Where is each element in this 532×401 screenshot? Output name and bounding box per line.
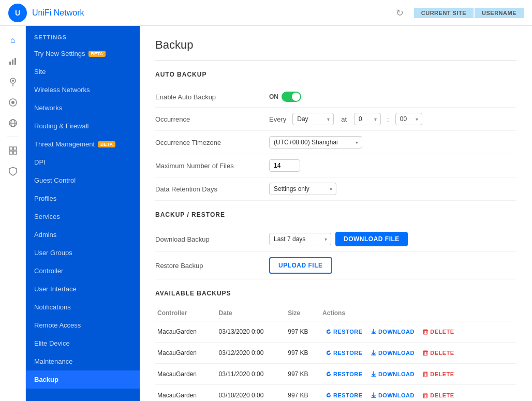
cell-size: 997 KB xyxy=(286,321,320,343)
upload-file-button[interactable]: UPLOAD FILE xyxy=(269,257,332,274)
occurrence-at-text: at xyxy=(341,115,347,123)
sidebar-icon-devices[interactable] xyxy=(4,93,22,112)
available-backups-section: AVAILABLE BACKUPS Controller Date Size A… xyxy=(155,290,516,401)
svg-point-6 xyxy=(11,101,14,104)
download-backup-control: Last 7 days Last 14 days Last 30 days DO… xyxy=(269,232,408,246)
colon-separator: : xyxy=(387,115,389,123)
auto-backup-toggle[interactable] xyxy=(282,92,301,102)
occurrence-hour-wrapper[interactable]: 01234 56789 101112 xyxy=(354,113,381,125)
sidebar-item-notifications[interactable]: Notifications xyxy=(26,298,140,316)
download-file-button[interactable]: DOWNLOAD FILE xyxy=(335,232,408,246)
occurrence-minute-select[interactable]: 00153045 xyxy=(395,113,422,125)
sidebar-item-maintenance[interactable]: Maintenance xyxy=(26,352,140,370)
sidebar-item-networks[interactable]: Networks xyxy=(26,99,140,117)
sidebar-item-remote-access[interactable]: Remote Access xyxy=(26,316,140,334)
app-title: UniFi Network xyxy=(32,8,84,18)
data-retention-row: Data Retention Days Settings only 1 Day … xyxy=(155,177,516,201)
restore-button[interactable]: RESTORE xyxy=(322,369,365,379)
timezone-row: Occurrence Timezone (UTC+08:00) Shanghai xyxy=(155,131,516,154)
sidebar-title: SETTINGS xyxy=(26,26,140,44)
timezone-select[interactable]: (UTC+08:00) Shanghai xyxy=(269,136,362,148)
auto-backup-title: AUTO BACKUP xyxy=(155,71,516,78)
svg-rect-1 xyxy=(12,60,13,65)
table-header-row: Controller Date Size Actions xyxy=(155,305,516,321)
max-files-input[interactable] xyxy=(269,159,300,172)
sidebar-icon-topology[interactable] xyxy=(4,114,22,132)
nav-sidebar: SETTINGS Try New SettingsBETASiteWireles… xyxy=(26,26,140,401)
sidebar-item-elite-device[interactable]: Elite Device xyxy=(26,334,140,352)
timezone-wrapper[interactable]: (UTC+08:00) Shanghai xyxy=(269,136,362,148)
sidebar-item-try-new-settings[interactable]: Try New SettingsBETA xyxy=(26,44,140,63)
svg-rect-0 xyxy=(9,62,11,65)
table-row: MacauGarden 03/13/2020 0:00 997 KB RESTO… xyxy=(155,321,516,343)
restore-button[interactable]: RESTORE xyxy=(322,390,365,400)
content-area: Backup AUTO BACKUP Enable Auto Backup ON… xyxy=(140,26,532,401)
sidebar-item-controller[interactable]: Controller xyxy=(26,262,140,280)
delete-button[interactable]: DELETE xyxy=(419,390,457,400)
cell-actions: RESTORE DOWNLOAD DELETE xyxy=(320,343,516,364)
sidebar-icon-grid[interactable] xyxy=(4,141,22,160)
cell-controller: MacauGarden xyxy=(155,364,217,385)
sidebar-icon-stats[interactable] xyxy=(4,52,22,70)
sidebar-item-wireless-networks[interactable]: Wireless Networks xyxy=(26,81,140,99)
max-files-row: Maximum Number of Files xyxy=(155,154,516,177)
restore-button[interactable]: RESTORE xyxy=(322,348,365,358)
download-button[interactable]: DOWNLOAD xyxy=(367,369,418,379)
data-retention-wrapper[interactable]: Settings only 1 Day 7 Days 30 Days xyxy=(269,183,336,195)
download-button[interactable]: DOWNLOAD xyxy=(367,326,418,337)
sidebar-icon-home[interactable]: ⌂ xyxy=(4,31,22,50)
site-info: CURRENT SITE USERNAME xyxy=(414,8,524,18)
sidebar-item-user-interface[interactable]: User Interface xyxy=(26,280,140,298)
sidebar-item-site[interactable]: Site xyxy=(26,63,140,81)
cell-controller: MacauGarden xyxy=(155,343,217,364)
sidebar-item-user-groups[interactable]: User Groups xyxy=(26,244,140,262)
sync-icon[interactable]: ↻ xyxy=(396,7,404,19)
col-date: Date xyxy=(217,305,286,321)
svg-point-4 xyxy=(12,80,14,82)
sidebar-item-guest-control[interactable]: Guest Control xyxy=(26,171,140,189)
sidebar-icon-shield[interactable] xyxy=(4,162,22,181)
data-retention-select[interactable]: Settings only 1 Day 7 Days 30 Days xyxy=(269,183,336,195)
svg-rect-12 xyxy=(9,151,12,154)
sidebar-item-dpi[interactable]: DPI xyxy=(26,153,140,171)
occurrence-every-text: Every xyxy=(269,115,286,123)
sidebar-item-services[interactable]: Services xyxy=(26,207,140,226)
enable-auto-backup-row: Enable Auto Backup ON xyxy=(155,86,516,108)
backup-restore-title: BACKUP / RESTORE xyxy=(155,211,516,218)
download-button[interactable]: DOWNLOAD xyxy=(367,348,418,358)
cell-date: 03/10/2020 0:00 xyxy=(217,385,286,402)
icon-sidebar-divider xyxy=(7,137,19,137)
occurrence-day-wrapper[interactable]: Day Week Month xyxy=(292,113,334,125)
sidebar-item-profiles[interactable]: Profiles xyxy=(26,189,140,207)
occurrence-hour-select[interactable]: 01234 56789 101112 xyxy=(354,113,381,125)
download-button[interactable]: DOWNLOAD xyxy=(367,390,418,400)
cell-actions: RESTORE DOWNLOAD DELETE xyxy=(320,385,516,402)
restore-backup-label: Restore Backup xyxy=(155,262,269,270)
cell-actions: RESTORE DOWNLOAD DELETE xyxy=(320,321,516,343)
delete-button[interactable]: DELETE xyxy=(419,348,457,358)
sidebar-item-threat-management[interactable]: Threat ManagementBETA xyxy=(26,135,140,153)
delete-button[interactable]: DELETE xyxy=(419,369,457,379)
cell-size: 997 KB xyxy=(286,364,320,385)
download-backup-row: Download Backup Last 7 days Last 14 days… xyxy=(155,227,516,252)
download-period-wrapper[interactable]: Last 7 days Last 14 days Last 30 days xyxy=(269,233,331,245)
sidebar-item-backup[interactable]: Backup xyxy=(26,370,140,389)
table-row: MacauGarden 03/10/2020 0:00 997 KB RESTO… xyxy=(155,385,516,402)
occurrence-row: Occurrence Every Day Week Month at 01234… xyxy=(155,108,516,131)
sidebar-icon-location[interactable] xyxy=(4,72,22,91)
username-label: USERNAME xyxy=(475,8,524,18)
delete-button[interactable]: DELETE xyxy=(419,326,457,337)
svg-rect-2 xyxy=(14,58,16,65)
col-size: Size xyxy=(286,305,320,321)
occurrence-day-select[interactable]: Day Week Month xyxy=(292,113,334,125)
sidebar-item-routing--firewall[interactable]: Routing & Firewall xyxy=(26,117,140,135)
restore-button[interactable]: RESTORE xyxy=(322,326,365,337)
table-row: MacauGarden 03/12/2020 0:00 997 KB RESTO… xyxy=(155,343,516,364)
svg-rect-11 xyxy=(13,147,17,150)
cell-size: 997 KB xyxy=(286,343,320,364)
occurrence-minute-wrapper[interactable]: 00153045 xyxy=(395,113,422,125)
sidebar-item-admins[interactable]: Admins xyxy=(26,226,140,244)
download-period-select[interactable]: Last 7 days Last 14 days Last 30 days xyxy=(269,233,331,245)
backup-table: Controller Date Size Actions MacauGarden… xyxy=(155,305,516,401)
data-retention-label: Data Retention Days xyxy=(155,185,269,193)
